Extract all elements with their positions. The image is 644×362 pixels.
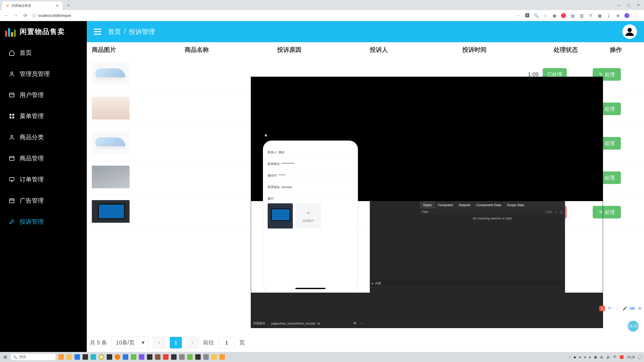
pin-chrome-icon[interactable] (99, 354, 104, 360)
dataset-tab[interactable]: Dataset (456, 201, 473, 209)
sidebar-item-categories[interactable]: 商品分类 (0, 127, 87, 148)
pin-app-icon[interactable] (203, 354, 209, 360)
collapse-sidebar-button[interactable] (94, 29, 101, 35)
pin-app-icon[interactable] (91, 354, 96, 360)
kebab-menu-icon[interactable]: ⋮ (633, 13, 638, 18)
eye-icon[interactable]: 👁 (353, 321, 357, 325)
tray-notifications-icon[interactable]: 💬 (638, 355, 642, 359)
sidebar-item-menus[interactable]: 菜单管理 (0, 106, 87, 127)
box-model-icon[interactable]: ▢ (560, 210, 563, 214)
new-tab-button[interactable]: ＋ (65, 2, 72, 9)
pin-explorer-icon[interactable] (66, 354, 72, 360)
nav-forward-icon[interactable]: → (13, 13, 19, 19)
site-info-icon[interactable]: ⓘ (32, 13, 36, 18)
tray-icon[interactable]: ● (584, 355, 586, 359)
uploaded-photo[interactable] (268, 203, 293, 229)
tray-icon[interactable]: 🟥 (620, 355, 624, 359)
ime-punct-icon[interactable]: ·, (614, 306, 620, 311)
ime-lang-icon[interactable]: 中 (607, 306, 612, 311)
page-size-select[interactable]: 10条/页 ▾ (111, 337, 149, 349)
url-field[interactable]: ⓘ localhost:8080/report (32, 12, 512, 19)
window-minimize-icon[interactable]: — (617, 3, 621, 7)
tray-icon[interactable]: ▣ (594, 355, 597, 359)
zoom-icon[interactable]: 🔍 (534, 13, 539, 18)
ime-keyboard-icon[interactable]: ⌨ (629, 306, 635, 311)
sidebar-item-orders[interactable]: 订单管理 (0, 169, 87, 190)
pin-firefox-icon[interactable] (115, 354, 120, 360)
pin-app-icon[interactable] (195, 354, 201, 360)
new-style-rule-icon[interactable]: ＋ (554, 210, 557, 214)
start-button[interactable]: ⊞ (2, 354, 8, 360)
pin-app-icon[interactable] (187, 354, 193, 360)
sidebar-item-users[interactable]: 用户管理 (0, 84, 87, 106)
ext1-icon[interactable]: ▣ (552, 13, 557, 18)
sidebar-item-admin[interactable]: 管理员管理 (0, 63, 87, 84)
tray-network-icon[interactable]: 🖧 (600, 355, 603, 359)
more-icon[interactable]: ⋯ (360, 321, 364, 325)
ext-icon[interactable]: ⋯ (516, 13, 521, 18)
tray-ime-icon[interactable]: 中 (613, 355, 617, 359)
copy-icon[interactable]: ⧉ (318, 322, 320, 325)
ime-settings-icon[interactable]: ⚙ (637, 306, 642, 311)
tab-close-icon[interactable]: ✕ (56, 4, 59, 8)
ext2-icon[interactable]: ▤ (570, 13, 575, 18)
pin-app-icon[interactable] (219, 354, 225, 360)
scope-data-tab[interactable]: Scope Data (504, 201, 527, 209)
ext3-icon[interactable]: ▥ (579, 13, 584, 18)
tray-icon[interactable]: ● (589, 355, 591, 359)
prev-page-button[interactable]: ‹ (153, 337, 165, 348)
tray-clock[interactable]: 16:29 (627, 355, 635, 359)
add-photo-button[interactable]: ＋ 选择图片 (296, 203, 321, 229)
pin-wechat-icon[interactable] (131, 354, 136, 360)
ime-mic-icon[interactable]: 🎤 (622, 306, 627, 311)
styles-tab[interactable]: Styles (420, 201, 435, 209)
bookmark-star-icon[interactable]: ☆ (543, 13, 548, 18)
window-close-icon[interactable]: ✕ (637, 3, 640, 7)
pin-app-icon[interactable] (147, 354, 152, 360)
sidebar-item-ads[interactable]: 广告管理 (0, 190, 87, 211)
nav-back-icon[interactable]: ← (3, 13, 9, 19)
install-icon[interactable]: ⊕ (615, 13, 620, 18)
pin-app-icon[interactable] (171, 354, 177, 360)
computed-tab[interactable]: Computed (435, 201, 456, 209)
pin-app-icon[interactable] (58, 354, 64, 360)
sidebar-item-home[interactable]: 首页 (0, 42, 87, 63)
tab-strip: V 闲置物品售卖 ✕ ＋ — ▢ ✕ (0, 0, 644, 10)
ime-strip[interactable]: S 中 ·, 🎤 ⌨ ⚙ (599, 306, 642, 311)
user-avatar[interactable] (622, 24, 637, 39)
sidebar-item-reports[interactable]: 投诉管理 (0, 211, 87, 232)
ext-red-icon[interactable] (561, 13, 566, 18)
tray-chevron-icon[interactable]: ^ (569, 355, 571, 359)
pin-app-icon[interactable] (123, 354, 128, 360)
tray-icon[interactable]: ● (579, 355, 581, 359)
tray-icon[interactable]: ◆ (574, 355, 576, 359)
next-page-button[interactable]: › (186, 337, 198, 348)
pin-app-icon[interactable] (74, 354, 80, 360)
browser-tab[interactable]: V 闲置物品售卖 ✕ (2, 2, 62, 10)
pin-app-icon[interactable] (83, 354, 88, 360)
pin-app-icon[interactable] (211, 354, 217, 360)
filter-input[interactable]: Filter (422, 210, 429, 214)
window-maximize-icon[interactable]: ▢ (627, 3, 630, 7)
pin-app-icon[interactable] (155, 354, 160, 360)
pin-app-icon[interactable] (139, 354, 144, 360)
nav-reload-icon[interactable]: ⟳ (22, 13, 28, 19)
sidebar-item-products[interactable]: 商品管理 (0, 148, 87, 169)
tray-volume-icon[interactable]: 🔊 (606, 355, 610, 359)
page-number-button[interactable]: 1 (170, 337, 182, 348)
pin-app-icon[interactable] (163, 354, 169, 360)
translate-icon[interactable]: 🅰 (525, 13, 530, 18)
breadcrumb-home[interactable]: 首页 (108, 27, 121, 36)
taskbar-search[interactable]: 🔍 搜索 (11, 353, 56, 360)
component-data-tab[interactable]: Component Data (473, 201, 504, 209)
ext5-icon[interactable]: ▦ (597, 13, 602, 18)
profile-avatar-icon[interactable] (624, 13, 629, 18)
pin-app-icon[interactable] (107, 354, 112, 360)
pin-app-icon[interactable] (179, 354, 185, 360)
download-icon[interactable]: ⭳ (606, 13, 611, 18)
cls-toggle[interactable]: .cls (545, 210, 552, 214)
system-tray[interactable]: ^ ◆ ● ● ● ▣ 🖧 🔊 中 🟥 16:29 💬 (569, 355, 642, 359)
ext4-icon[interactable]: V (588, 13, 593, 18)
goto-input[interactable] (219, 337, 235, 348)
timer-bubble[interactable]: 01:19 (628, 321, 638, 331)
